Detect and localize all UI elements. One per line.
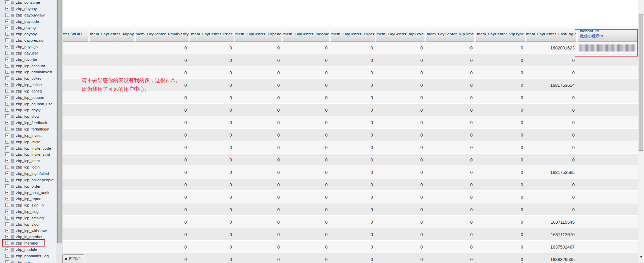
- column-header-last_login[interactable]: mem_LayCenter_LastLogin: [525, 26, 576, 42]
- expand-icon[interactable]: +: [5, 102, 9, 106]
- expand-icon[interactable]: +: [5, 26, 9, 29]
- expand-icon[interactable]: +: [5, 191, 9, 194]
- expand-icon[interactable]: +: [5, 89, 9, 93]
- column-header-alipay[interactable]: mem_LayCenter_Alipay: [88, 26, 134, 42]
- sidebar-table-zbp_lcp_invest[interactable]: +▦zbp_lcp_invest: [0, 132, 56, 139]
- sidebar-table-zbp_daylog[interactable]: +▦zbp_daylog: [0, 24, 56, 31]
- sidebar-table-zbp_lcp_invite_code[interactable]: +▦zbp_lcp_invite_code: [0, 145, 56, 151]
- sidebar-table-zbp_lcp_smslog[interactable]: +▦zbp_lcp_smslog: [0, 215, 56, 221]
- expand-icon[interactable]: +: [5, 210, 9, 213]
- column-header-email_verify[interactable]: mem_LayCenter_EmailVerify: [134, 26, 189, 42]
- sidebar-table-zbp_lcp_invite[interactable]: +▦zbp_lcp_invite: [0, 139, 56, 145]
- sidebar-table-zbp_lcp_dlog[interactable]: +▦zbp_lcp_dlog: [0, 113, 56, 119]
- column-header-price[interactable]: mem_LayCenter_Price: [189, 26, 234, 42]
- sidebar-table-zbp_lcp_vlog[interactable]: +▦zbp_lcp_vlog: [0, 221, 56, 227]
- sidebar-table-zbp_lcp_coupon[interactable]: +▦zbp_lcp_coupon: [0, 94, 56, 101]
- sidebar-table-zbp_lcp_invite_stmt[interactable]: +▦zbp_lcp_invite_stmt: [0, 151, 56, 157]
- column-header-vip_type[interactable]: mem_LayCenter_VipType: [474, 26, 525, 42]
- expand-icon[interactable]: +: [5, 108, 9, 112]
- expand-icon[interactable]: +: [5, 172, 9, 175]
- expand-icon[interactable]: +: [5, 260, 9, 263]
- expand-icon[interactable]: +: [5, 216, 9, 220]
- column-header-vip_level[interactable]: mem_LayCenter_VipLevel: [375, 26, 425, 42]
- expand-icon[interactable]: +: [5, 20, 9, 23]
- sidebar-scrollbar-thumb[interactable]: [57, 0, 62, 243]
- sidebar-table-zbp_lcp_loginfailed[interactable]: +▦zbp_lcp_loginfailed: [0, 170, 56, 177]
- sidebar-table-zbp_lcp_post_audit[interactable]: +▦zbp_lcp_post_audit: [0, 189, 56, 196]
- sidebar-table-zbp_lcp_feedback[interactable]: +▦zbp_lcp_feedback: [0, 119, 56, 126]
- expand-icon[interactable]: +: [5, 83, 9, 86]
- expand-icon[interactable]: +: [5, 140, 9, 144]
- expand-icon[interactable]: +: [5, 76, 9, 80]
- sidebar-table-zbp_daycode[interactable]: +▦zbp_daycode: [0, 18, 56, 25]
- sidebar-table-zbp_daybuy[interactable]: +▦zbp_daybuy: [0, 5, 56, 12]
- expand-icon[interactable]: +: [5, 165, 9, 169]
- column-header-exper[interactable]: mem_LayCenter_Exper: [329, 26, 375, 42]
- sidebar-table-zbp_lcp_slog[interactable]: +▦zbp_lcp_slog: [0, 208, 56, 215]
- main-scrollbar[interactable]: ▾: [638, 0, 644, 263]
- expand-icon[interactable]: +: [5, 197, 9, 200]
- expand-icon[interactable]: +: [5, 229, 9, 232]
- console-button[interactable]: ■ 控制台: [62, 254, 84, 263]
- sidebar-table-zbp_dayprepaid[interactable]: +▦zbp_dayprepaid: [0, 37, 56, 43]
- sidebar-table-zbp_lcp_withdraw[interactable]: +▦zbp_lcp_withdraw: [0, 227, 56, 234]
- expand-icon[interactable]: +: [5, 254, 9, 258]
- sidebar-scrollbar[interactable]: [56, 0, 63, 263]
- expand-icon[interactable]: +: [5, 178, 9, 182]
- expand-icon[interactable]: +: [5, 51, 9, 55]
- cell-expend: 0: [234, 228, 281, 241]
- sidebar-table-zbp_daysign[interactable]: +▦zbp_daysign: [0, 43, 56, 50]
- sidebar-table-zbp_daybuyview[interactable]: +▦zbp_daybuyview: [0, 12, 56, 18]
- sidebar-table-zbp_daypay[interactable]: +▦zbp_daypay: [0, 31, 56, 37]
- sidebar-table-zbp_lcp_login[interactable]: +▦zbp_lcp_login: [0, 164, 56, 170]
- expand-icon[interactable]: +: [5, 235, 9, 238]
- sidebar-table-zbp_consume[interactable]: +▦zbp_consume: [0, 0, 56, 5]
- sidebar-table-zbp_post[interactable]: +▦zbp_post: [0, 259, 56, 263]
- sidebar-table-zbp_lcp_adminInvest[interactable]: +▦zbp_lcp_adminInvest: [0, 69, 56, 75]
- expand-icon[interactable]: +: [5, 13, 9, 17]
- sidebar-table-zbp_module[interactable]: +▦zbp_module: [0, 246, 56, 253]
- expand-icon[interactable]: +: [5, 203, 9, 207]
- sidebar-table-zbp_lcp_order[interactable]: +▦zbp_lcp_order: [0, 183, 56, 189]
- column-header-income[interactable]: mem_LayCenter_Income: [281, 26, 329, 42]
- sidebar-table-zbp_lcp_letter[interactable]: +▦zbp_lcp_letter: [0, 157, 56, 164]
- main-scrollbar-thumb[interactable]: [639, 14, 643, 151]
- sidebar-table-zbp_favorite[interactable]: +▦zbp_favorite: [0, 56, 56, 63]
- expand-icon[interactable]: +: [5, 159, 9, 162]
- expand-icon[interactable]: +: [5, 0, 9, 4]
- expand-icon[interactable]: +: [5, 121, 9, 124]
- expand-icon[interactable]: +: [5, 32, 9, 36]
- sidebar-table-zbp_lcp_cdkey[interactable]: +▦zbp_lcp_cdkey: [0, 75, 56, 81]
- expand-icon[interactable]: +: [5, 96, 9, 99]
- expand-icon[interactable]: +: [5, 38, 9, 42]
- sidebar-table-zbp_lcp_coupon_use[interactable]: +▦zbp_lcp_coupon_use: [0, 101, 56, 107]
- expand-icon[interactable]: +: [5, 152, 9, 156]
- scroll-down-icon[interactable]: ▾: [638, 253, 644, 261]
- expand-icon[interactable]: +: [5, 7, 9, 10]
- expand-icon[interactable]: +: [5, 45, 9, 48]
- sidebar-table-zbp_lcp_report[interactable]: +▦zbp_lcp_report: [0, 195, 56, 202]
- column-header-expend[interactable]: mem_LayCenter_Expend: [234, 26, 281, 42]
- sidebar-table-zbp_lcp_forbidlogin[interactable]: +▦zbp_lcp_forbidlogin: [0, 126, 56, 132]
- sidebar-table-zbp_lcp_dayly[interactable]: +▦zbp_lcp_dayly: [0, 107, 56, 113]
- expand-icon[interactable]: +: [5, 184, 9, 188]
- sidebar-table-zbp_lcp_onlinepeople[interactable]: +▦zbp_lcp_onlinepeople: [0, 177, 56, 183]
- sidebar-table-zbp_lcp_collect[interactable]: +▦zbp_lcp_collect: [0, 81, 56, 88]
- expand-icon[interactable]: +: [5, 114, 9, 118]
- sidebar-table-zbp_lcp_account[interactable]: +▦zbp_lcp_account: [0, 63, 56, 69]
- expand-icon[interactable]: +: [5, 58, 9, 61]
- expand-icon[interactable]: +: [5, 70, 9, 74]
- sidebar-table-zbp_lcp_config[interactable]: +▦zbp_lcp_config: [0, 88, 56, 94]
- expand-icon[interactable]: +: [5, 127, 9, 131]
- sidebar-table-zbp_phpmailer_log[interactable]: +▦zbp_phpmailer_log: [0, 253, 56, 259]
- expand-icon[interactable]: +: [5, 134, 9, 137]
- sidebar-table-zbp_lcp_sign_in[interactable]: +▦zbp_lcp_sign_in: [0, 202, 56, 208]
- expand-icon[interactable]: +: [5, 64, 9, 68]
- expand-icon[interactable]: +: [5, 146, 9, 150]
- sidebar-table-label: zbp_lcp_onlinepeople: [16, 178, 53, 182]
- column-header-vip_time[interactable]: mem_LayCenter_VipTime: [425, 26, 474, 42]
- expand-icon[interactable]: +: [5, 222, 9, 226]
- expand-icon[interactable]: +: [5, 248, 9, 251]
- sidebar-table-zbp_dayuser[interactable]: +▦zbp_dayuser: [0, 50, 56, 56]
- cell-exper: 0: [329, 216, 375, 228]
